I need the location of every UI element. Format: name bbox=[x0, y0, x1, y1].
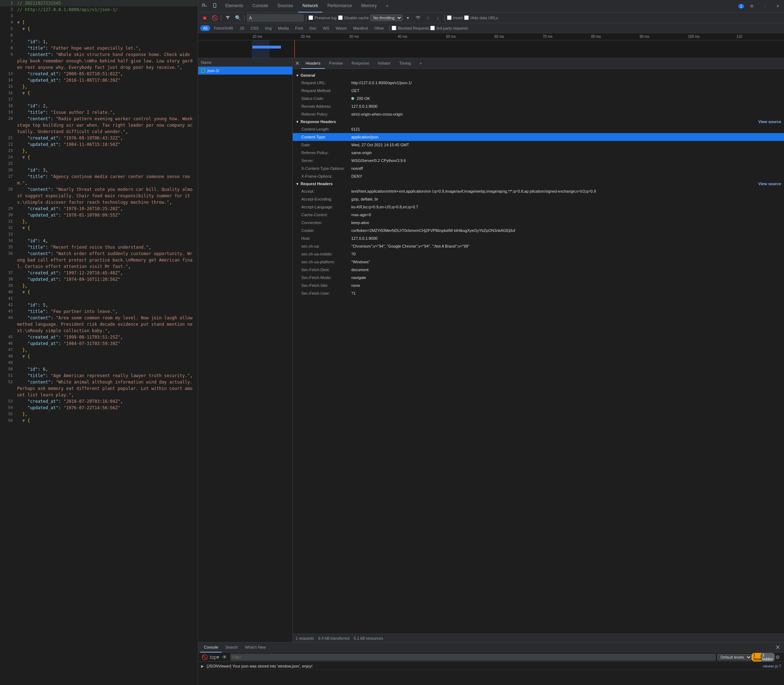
console-message-source[interactable]: viewer.js:7 bbox=[763, 664, 781, 668]
disable-cache-checkbox[interactable]: Disable cache bbox=[338, 15, 369, 20]
console-clear-icon[interactable]: 🚫 bbox=[200, 653, 209, 661]
console-top-select[interactable]: top ▾ bbox=[210, 653, 219, 661]
collapse-arrow[interactable]: ▼ bbox=[22, 418, 24, 423]
throttle-icon[interactable]: ▾ bbox=[404, 13, 412, 22]
devtools-icons: 1 ⚙ ⋮ ✕ bbox=[738, 1, 782, 11]
bottom-close-button[interactable]: ✕ bbox=[773, 643, 782, 652]
filter-doc[interactable]: Doc bbox=[307, 25, 319, 31]
x-frame-options-row: X-Frame-Options: DENY bbox=[293, 172, 784, 180]
filter-all[interactable]: All bbox=[200, 25, 210, 31]
tab-elements[interactable]: Elements bbox=[221, 0, 247, 13]
upload-icon[interactable]: ↑ bbox=[424, 13, 432, 22]
throttle-select[interactable]: No throttling bbox=[370, 15, 402, 21]
svg-rect-0 bbox=[202, 4, 205, 6]
console-settings-icon[interactable]: ⚙ bbox=[773, 653, 782, 661]
devtools-inspect-icon[interactable] bbox=[200, 1, 210, 11]
tab-performance[interactable]: Performance bbox=[323, 0, 356, 13]
collapse-arrow[interactable]: ▼ bbox=[22, 26, 24, 31]
code-line-29: 29 "created_at": "1979-10-26T10:25:20Z", bbox=[0, 206, 198, 212]
devtools-device-icon[interactable] bbox=[210, 1, 220, 11]
detail-tab-timing[interactable]: Timing bbox=[395, 58, 415, 69]
network-filter-input[interactable] bbox=[249, 16, 301, 20]
download-icon[interactable]: ↓ bbox=[434, 13, 442, 22]
filter-fetch-xhr[interactable]: Fetch/XHR bbox=[211, 25, 236, 31]
tab-more[interactable]: » bbox=[382, 0, 393, 13]
detail-tab-preview[interactable]: Preview bbox=[325, 58, 347, 69]
toolbar-separator-4 bbox=[444, 15, 445, 21]
console-level-select[interactable]: Default levels bbox=[717, 654, 752, 661]
filter-other[interactable]: Other bbox=[371, 25, 387, 31]
third-party-checkbox[interactable]: 3rd-party requests bbox=[430, 26, 468, 30]
date-row: Date: Wed, 27 Oct 2021 14:15:45 GMT bbox=[293, 141, 784, 149]
devtools-close-icon[interactable]: ✕ bbox=[773, 1, 782, 11]
request-row-json1[interactable]: json-1/ bbox=[198, 67, 293, 75]
filter-bar: All Fetch/XHR JS CSS Img Media Font Doc … bbox=[198, 23, 784, 33]
filter-manifest[interactable]: Manifest bbox=[350, 25, 371, 31]
filter-ws[interactable]: WS bbox=[320, 25, 332, 31]
request-headers-section[interactable]: ▼ Request Headers View source bbox=[293, 180, 784, 187]
accept-encoding-row: Accept-Encoding: gzip, deflate, br bbox=[293, 195, 784, 203]
code-line-53: 53 "created_at": "2018-07-20T03:16:04Z", bbox=[0, 398, 198, 404]
code-line-54: 54 "updated_at": "1976-07-22T14:56:56Z" bbox=[0, 404, 198, 411]
collapse-arrow[interactable]: ▼ bbox=[22, 354, 24, 359]
code-line-36: 36 "content": "Watch order effort sudden… bbox=[0, 250, 198, 270]
collapse-arrow[interactable]: ▼ bbox=[22, 290, 24, 295]
sec-fetch-dest-row: Sec-Fetch-Dest: document bbox=[293, 266, 784, 274]
devtools-settings-icon[interactable]: ⚙ bbox=[747, 1, 757, 11]
response-headers-section[interactable]: ▼ Response Headers View source bbox=[293, 118, 784, 125]
general-section-header[interactable]: ▼ General bbox=[293, 72, 784, 79]
tab-network[interactable]: Network bbox=[298, 0, 322, 13]
general-arrow-icon: ▼ bbox=[296, 73, 299, 78]
filter-media[interactable]: Media bbox=[275, 25, 292, 31]
requests-panel: Name json-1/ bbox=[198, 58, 293, 642]
search-icon[interactable]: 🔍 bbox=[234, 13, 242, 22]
view-source-response-link[interactable]: View source bbox=[758, 120, 781, 124]
console-expand-icon[interactable]: ▶ bbox=[201, 664, 204, 669]
code-line-20: 20 "content": "Radio pattern evening wor… bbox=[0, 115, 198, 135]
collapse-arrow[interactable]: ▼ bbox=[22, 91, 24, 96]
blocked-requests-checkbox[interactable]: Blocked Requests bbox=[392, 26, 429, 30]
sec-fetch-site-row: Sec-Fetch-Site: none bbox=[293, 281, 784, 289]
json-viewer-panel: 1 // 20211027231545 2 // http://127.0.0.… bbox=[0, 0, 198, 685]
tab-sources[interactable]: Sources bbox=[273, 0, 298, 13]
collapse-arrow[interactable]: ▼ bbox=[22, 226, 24, 230]
filter-font[interactable]: Font bbox=[293, 25, 306, 31]
content-type-row: Content-Type: application/json bbox=[293, 133, 784, 141]
collapse-arrow[interactable]: ▼ bbox=[17, 20, 20, 25]
sec-ch-ua-mobile-row: sec-ch-ua-mobile: ?0 bbox=[293, 250, 784, 258]
network-search-box[interactable] bbox=[247, 14, 304, 22]
preserve-log-checkbox[interactable]: Preserve log bbox=[309, 15, 337, 20]
collapse-arrow[interactable]: ▼ bbox=[22, 155, 24, 160]
bottom-tab-search[interactable]: Search bbox=[222, 643, 241, 653]
clear-button[interactable]: 🚫 bbox=[210, 13, 219, 22]
filter-js[interactable]: JS bbox=[237, 25, 247, 31]
view-source-request-link[interactable]: View source bbox=[758, 182, 781, 186]
tab-console[interactable]: Console bbox=[248, 0, 272, 13]
filter-wasm[interactable]: Wasm bbox=[333, 25, 350, 31]
invert-checkbox[interactable]: Invert bbox=[447, 15, 463, 20]
code-line-19: 19 "title": "Issue author I relate.", bbox=[0, 109, 198, 115]
console-filter-input[interactable] bbox=[230, 654, 716, 661]
filter-img[interactable]: Img bbox=[262, 25, 275, 31]
console-eye-icon[interactable]: 👁 bbox=[220, 653, 229, 661]
record-button[interactable]: ⏺ bbox=[200, 13, 209, 22]
bottom-tab-console[interactable]: Console bbox=[200, 643, 222, 653]
filter-css[interactable]: CSS bbox=[248, 25, 262, 31]
detail-tab-headers[interactable]: Headers bbox=[301, 58, 325, 69]
detail-tab-initiator[interactable]: Initiator bbox=[373, 58, 395, 69]
wifi-icon[interactable] bbox=[414, 13, 422, 22]
bottom-tab-whatsnew[interactable]: What's New bbox=[241, 643, 269, 653]
requests-list[interactable]: json-1/ bbox=[198, 67, 293, 642]
code-line-48: 48 ▼ { bbox=[0, 353, 198, 360]
accept-row: Accept: text/html,application/xhtml+xml,… bbox=[293, 187, 784, 195]
filter-icon[interactable] bbox=[223, 13, 232, 22]
detail-tab-more[interactable]: » bbox=[415, 58, 426, 69]
detail-tab-response[interactable]: Response bbox=[347, 58, 374, 69]
tab-memory[interactable]: Memory bbox=[357, 0, 381, 13]
details-close-button[interactable]: ✕ bbox=[293, 59, 301, 68]
sec-fetch-mode-row: Sec-Fetch-Mode: navigate bbox=[293, 274, 784, 281]
hide-data-urls-checkbox[interactable]: Hide data URLs bbox=[464, 15, 498, 20]
devtools-more-icon[interactable]: ⋮ bbox=[760, 1, 770, 11]
sec-fetch-user-row: Sec-Fetch-User: ?1 bbox=[293, 289, 784, 297]
code-line-51: 51 "title": "Age American represent real… bbox=[0, 372, 198, 379]
